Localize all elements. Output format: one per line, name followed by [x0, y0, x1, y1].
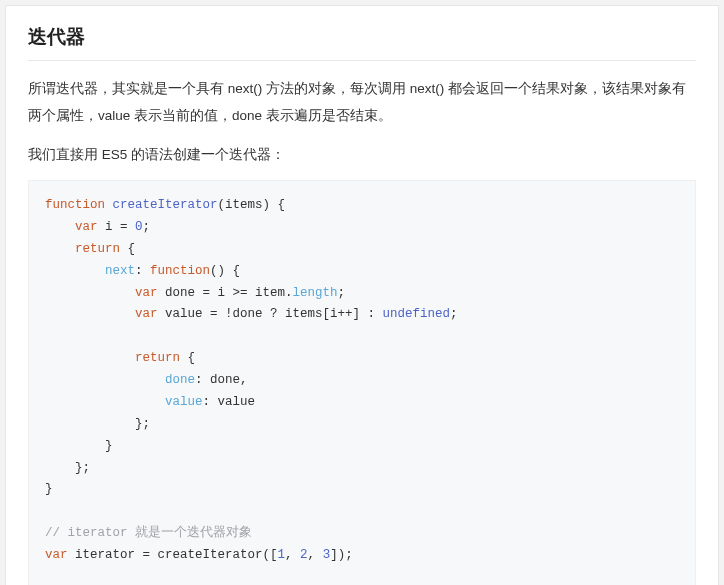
code-token: var — [45, 220, 98, 234]
code-token: var — [45, 286, 158, 300]
code-token: { — [120, 242, 135, 256]
code-token: }; — [45, 461, 90, 475]
code-token: iterator = createIterator([ — [68, 548, 278, 562]
paragraph-intro-2: 我们直接用 ES5 的语法创建一个迭代器： — [28, 141, 696, 168]
code-token: done — [45, 373, 195, 387]
code-token: i = — [98, 220, 136, 234]
code-token: value = !done ? items[i++] : — [158, 307, 383, 321]
code-token: } — [45, 439, 113, 453]
code-token: function — [150, 264, 210, 278]
code-token: length — [293, 286, 338, 300]
code-token: : done, — [195, 373, 248, 387]
code-token: (items) { — [218, 198, 286, 212]
code-token: 1 — [278, 548, 286, 562]
code-token: done = i >= item. — [158, 286, 293, 300]
code-token: 2 — [300, 548, 308, 562]
code-token: // iterator 就是一个迭代器对象 — [45, 526, 252, 540]
code-token: 3 — [323, 548, 331, 562]
code-token: ]); — [330, 548, 353, 562]
code-token: } — [45, 482, 53, 496]
code-token: () { — [210, 264, 240, 278]
code-token: ; — [450, 307, 458, 321]
code-token: next — [45, 264, 135, 278]
code-token: ; — [143, 220, 151, 234]
code-token: 0 — [135, 220, 143, 234]
code-token: return — [45, 242, 120, 256]
code-token: undefined — [383, 307, 451, 321]
code-token: var — [45, 307, 158, 321]
code-token: , — [285, 548, 300, 562]
code-block: function createIterator(items) { var i =… — [28, 180, 696, 585]
code-token: value — [45, 395, 203, 409]
heading-iterator: 迭代器 — [28, 24, 696, 61]
code-token: , — [308, 548, 323, 562]
code-token: : value — [203, 395, 256, 409]
code-token: var — [45, 548, 68, 562]
code-token: createIterator — [105, 198, 218, 212]
code-token: }; — [45, 417, 150, 431]
code-token: : — [135, 264, 150, 278]
code-token: { — [180, 351, 195, 365]
code-token: function — [45, 198, 105, 212]
paragraph-intro-1: 所谓迭代器，其实就是一个具有 next() 方法的对象，每次调用 next() … — [28, 75, 696, 129]
article-card: 迭代器 所谓迭代器，其实就是一个具有 next() 方法的对象，每次调用 nex… — [5, 5, 719, 585]
code-token: ; — [338, 286, 346, 300]
code-token: return — [45, 351, 180, 365]
